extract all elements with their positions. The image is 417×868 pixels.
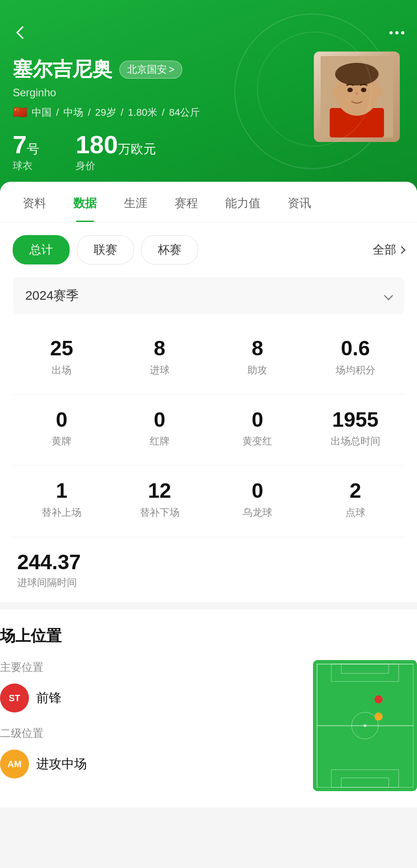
height: 1.80米 (128, 106, 157, 119)
filter-row: 总计 联赛 杯赛 全部 (13, 222, 404, 277)
player-meta: 🇨🇳 中国 / 中场 / 29岁 / 1.80米 / 84公斤 (13, 105, 404, 119)
tab-ability[interactable]: 能力值 (212, 182, 274, 222)
nationality: 中国 (32, 106, 52, 119)
stats-row-1: 25 出场 8 进球 8 助攻 0.6 场均积分 (13, 328, 404, 390)
stat-value-assists: 8 (213, 337, 302, 360)
tabs: 资料 数据 生涯 赛程 能力值 资讯 (0, 182, 417, 222)
filter-cup[interactable]: 杯赛 (141, 235, 198, 264)
stat-value-goals: 8 (115, 337, 204, 360)
stat-label-appearances: 出场 (17, 363, 106, 377)
player-info-left: 塞尔吉尼奥 北京国安 > Serginho 🇨🇳 中国 / 中场 / 29岁 /… (13, 56, 404, 173)
stats-divider-2 (13, 465, 404, 466)
dot-icon (401, 31, 404, 34)
stat-goal-interval: 244.37 进球间隔时间 (13, 542, 404, 603)
stat-appearances: 25 出场 (13, 328, 111, 390)
primary-position-name: 前锋 (36, 689, 62, 707)
stat-assists: 8 助攻 (208, 328, 307, 390)
secondary-position-label: 二级位置 (0, 726, 304, 741)
stat-label-penalty: 点球 (311, 506, 400, 519)
back-button[interactable] (13, 23, 33, 42)
svg-point-6 (361, 88, 366, 92)
tab-schedule[interactable]: 赛程 (161, 182, 212, 222)
svg-point-8 (375, 87, 382, 97)
dot-icon (389, 31, 393, 34)
stat-value-penalty: 2 (311, 479, 400, 502)
stat-sub-off: 12 替补下场 (111, 470, 209, 532)
filter-all[interactable]: 全部 (373, 242, 404, 258)
primary-position-label: 主要位置 (0, 660, 304, 675)
tab-profile[interactable]: 资料 (9, 182, 60, 222)
stat-value-appearances: 25 (17, 337, 106, 360)
more-button[interactable] (389, 31, 404, 34)
stats-divider-1 (13, 394, 404, 395)
player-name-row: 塞尔吉尼奥 北京国安 > (13, 56, 404, 83)
stat-label-yellow-red: 黄变红 (213, 434, 302, 448)
team-tag[interactable]: 北京国安 > (119, 61, 182, 79)
player-name-chinese: 塞尔吉尼奥 (13, 56, 112, 83)
stat-label-own-goal: 乌龙球 (213, 506, 302, 519)
market-value: 180万欧元 (76, 132, 156, 157)
stat-label-goals: 进球 (115, 363, 204, 377)
player-photo-placeholder (314, 52, 400, 142)
stat-value-sub-on: 1 (17, 479, 106, 502)
stat-penalty: 2 点球 (307, 470, 405, 532)
stat-sub-on: 1 替补上场 (13, 470, 111, 532)
stat-value-rating: 0.6 (311, 337, 400, 360)
chevron-right-icon (398, 246, 406, 254)
svg-rect-1 (330, 108, 384, 137)
secondary-position-name: 进攻中场 (36, 755, 87, 773)
secondary-position-group: 二级位置 AM 进攻中场 (0, 726, 304, 778)
stat-own-goal: 0 乌龙球 (208, 470, 307, 532)
position-section: 场上位置 主要位置 ST 前锋 二级位置 AM 进攻中场 (0, 609, 417, 807)
stats-divider-3 (13, 537, 404, 537)
filter-league[interactable]: 联赛 (77, 235, 134, 264)
player-name-english: Serginho (13, 86, 404, 99)
tab-news[interactable]: 资讯 (274, 182, 325, 222)
back-arrow-icon (16, 26, 29, 39)
jersey-number: 7号 (13, 132, 39, 157)
meta-separator: / (88, 107, 90, 118)
svg-point-7 (332, 87, 339, 97)
primary-position-item: ST 前锋 (0, 684, 304, 712)
svg-point-5 (347, 88, 353, 92)
soccer-field (313, 660, 417, 791)
stat-label-minutes: 出场总时间 (311, 434, 400, 448)
position-content: 主要位置 ST 前锋 二级位置 AM 进攻中场 (0, 660, 417, 791)
position: 中场 (63, 106, 83, 119)
market-value-stat: 180万欧元 身价 (76, 132, 156, 173)
stat-yellow-red: 0 黄变红 (208, 399, 307, 461)
dot-icon (395, 31, 398, 34)
flag-icon: 🇨🇳 (13, 105, 27, 119)
position-section-title: 场上位置 (0, 626, 417, 646)
jersey-label: 球衣 (13, 159, 39, 173)
filter-total[interactable]: 总计 (13, 235, 70, 264)
stats-row-3: 1 替补上场 12 替补下场 0 乌龙球 2 点球 (13, 470, 404, 532)
stat-label-sub-on: 替补上场 (17, 506, 106, 519)
stat-label-assists: 助攻 (213, 363, 302, 377)
player-photo (314, 52, 400, 142)
player-avatar-svg (321, 56, 393, 137)
stat-value-goal-interval: 244.37 (17, 551, 400, 574)
stat-label-rating: 场均积分 (311, 363, 400, 377)
stat-value-yellow-red: 0 (213, 408, 302, 431)
jersey-stat: 7号 球衣 (13, 132, 39, 173)
svg-point-4 (335, 63, 379, 85)
player-info: 塞尔吉尼奥 北京国安 > Serginho 🇨🇳 中国 / 中场 / 29岁 /… (13, 56, 404, 173)
team-name: 北京国安 (127, 63, 167, 76)
stat-value-own-goal: 0 (213, 479, 302, 502)
header-top (13, 23, 404, 42)
stat-red: 0 红牌 (111, 399, 209, 461)
weight: 84公斤 (169, 106, 200, 119)
primary-position-group: 主要位置 ST 前锋 (0, 660, 304, 712)
secondary-position-badge: AM (0, 750, 29, 778)
stat-value-minutes: 1955 (311, 408, 400, 431)
market-label: 身价 (76, 159, 156, 173)
primary-position-badge: ST (0, 684, 29, 712)
header: 塞尔吉尼奥 北京国安 > Serginho 🇨🇳 中国 / 中场 / 29岁 /… (0, 0, 417, 191)
season-selector[interactable]: 2024赛季 (13, 277, 404, 314)
stat-value-sub-off: 12 (115, 479, 204, 502)
tab-stats[interactable]: 数据 (60, 182, 110, 222)
tab-career[interactable]: 生涯 (110, 182, 161, 222)
position-left: 主要位置 ST 前锋 二级位置 AM 进攻中场 (0, 660, 304, 786)
meta-separator: / (121, 107, 123, 118)
